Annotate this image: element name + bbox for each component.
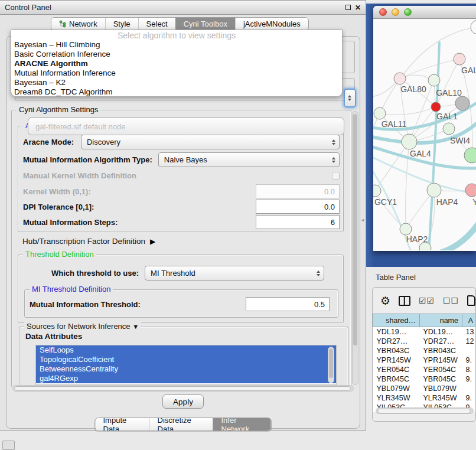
tab-network[interactable]: Network (51, 18, 105, 30)
table-row[interactable]: YBR045CYBR045C9. (373, 374, 476, 384)
table-row[interactable]: YER054CYER054C8. (373, 365, 476, 374)
table-cell[interactable]: YDR27… (420, 337, 462, 346)
unchecked-boxes-icon[interactable]: ☐☐ (443, 296, 459, 305)
table-cell[interactable]: 9. (462, 356, 476, 365)
network-node-HAP4[interactable] (427, 183, 441, 197)
settings-hscrollbar-thumb[interactable] (14, 386, 351, 391)
network-node-Y-partial[interactable] (465, 184, 476, 197)
gear-icon[interactable]: ⚙ (380, 295, 390, 306)
algorithm-option[interactable]: Basic Correlation Inference (11, 50, 342, 59)
data-attributes-list[interactable]: SelfLoopsTopologicalCoefficientBetweenne… (35, 345, 337, 385)
network-node-GAL11[interactable] (374, 107, 386, 119)
algorithm-option[interactable]: Mutual Information Inference (11, 69, 342, 78)
close-icon[interactable]: ✕ (355, 5, 361, 11)
algorithm-combo-spinner[interactable] (344, 89, 356, 107)
table-row[interactable]: YDR27…YDR27…12 (373, 337, 476, 346)
table-cell[interactable]: YPR145W (373, 356, 420, 365)
attribute-list-item[interactable]: TopologicalCoefficient (36, 355, 336, 364)
attribute-list-item[interactable]: gal4RGexp (36, 374, 336, 383)
table-cell[interactable]: 9. (462, 393, 476, 403)
bottom-tab-infer-network[interactable]: Infer Network (213, 418, 271, 431)
network-edge[interactable] (380, 107, 436, 115)
document-icon[interactable] (467, 295, 475, 306)
network-canvas[interactable]: GALGAL80GAL10GAL1GAL11SWI4GAL4GCY1HAP4YH… (373, 19, 476, 250)
table-cell[interactable]: 12 (462, 337, 476, 346)
bottom-tab-impute-data[interactable]: Impute Data (96, 418, 149, 431)
algorithm-option[interactable]: ARACNE Algorithm (11, 59, 342, 69)
table-cell[interactable]: YDL19… (373, 327, 420, 337)
table-cell[interactable]: YDR27… (373, 337, 420, 346)
table-cell[interactable]: 9. (462, 374, 476, 384)
close-traffic-light-icon[interactable] (379, 8, 387, 16)
attribute-list-item[interactable]: SelfLoops (36, 345, 336, 355)
column-header[interactable]: shared… (373, 314, 420, 327)
tab-style[interactable]: Style (105, 18, 138, 30)
mi-threshold-field[interactable]: 0.5 (246, 297, 330, 311)
table-cell[interactable]: 13 (462, 327, 476, 337)
columns-icon[interactable] (399, 296, 410, 306)
checked-boxes-icon[interactable]: ☑☑ (419, 296, 435, 305)
settings-scrollbar[interactable] (352, 111, 358, 385)
table-row[interactable]: YBR043CYBR043C (373, 346, 476, 356)
table-hscrollbar[interactable] (376, 407, 474, 414)
table-cell[interactable]: YBL079W (420, 384, 462, 393)
network-edge[interactable] (406, 142, 409, 229)
tab-select[interactable]: Select (138, 18, 175, 30)
table-row[interactable]: YBL079WYBL079W (373, 384, 476, 393)
bottom-tab-discretize-data[interactable]: Discretize Data (149, 418, 213, 431)
attributes-scrollbar[interactable] (328, 347, 334, 383)
tab-cyni-toolbox[interactable]: Cyni Toolbox (175, 18, 235, 30)
network-edge-highlighted[interactable] (373, 155, 476, 194)
table-row[interactable]: YPR145WYPR145W9. (373, 356, 476, 365)
table-cell[interactable]: YLR345W (373, 393, 420, 403)
network-edge[interactable] (375, 191, 406, 229)
collapse-arrow-icon[interactable]: ▼ (132, 323, 139, 330)
dpi-tolerance-field[interactable]: 0.0 (256, 200, 340, 214)
algorithm-option[interactable]: Bayesian – K2 (11, 78, 342, 87)
settings-scrollbar-thumb[interactable] (353, 114, 357, 345)
table-cell[interactable]: YPR145W (420, 356, 462, 365)
table-hscrollbar-thumb[interactable] (377, 409, 471, 413)
table-cell[interactable]: YBR045C (420, 374, 462, 384)
table-cell[interactable]: 8. (462, 365, 476, 374)
network-node-GAL1-node[interactable] (431, 102, 441, 112)
panel-collapse-arrow-icon[interactable]: ◂ (361, 217, 364, 223)
network-node-GAL10[interactable] (428, 74, 440, 86)
network-combo[interactable]: gal-filtered.sif default node (28, 118, 344, 135)
manual-kernel-checkbox[interactable] (332, 172, 340, 180)
table-row[interactable]: YDL19…YDL19…13 (373, 327, 476, 337)
network-node-SWI4[interactable] (443, 123, 455, 135)
settings-hscrollbar[interactable] (12, 385, 354, 392)
expand-arrow-icon[interactable]: ▶ (150, 237, 155, 246)
which-threshold-combo[interactable]: MI Threshold (145, 266, 324, 281)
table-cell[interactable]: YDL19… (420, 327, 462, 337)
table-cell[interactable]: YLR345W (420, 393, 462, 403)
table-cell[interactable] (462, 346, 476, 356)
table-cell[interactable]: YBR043C (420, 346, 462, 356)
table-cell[interactable]: YER054C (373, 365, 420, 374)
tab-jactivemnodules[interactable]: jActiveMNodules (235, 18, 308, 30)
bottom-left-button[interactable] (2, 441, 15, 450)
minimize-traffic-light-icon[interactable] (392, 8, 399, 16)
attributes-scrollbar-thumb[interactable] (329, 348, 333, 378)
algorithm-option[interactable]: Bayesian – Hill Climbing (11, 40, 342, 50)
network-node-green-right[interactable] (464, 148, 476, 163)
table-cell[interactable] (462, 384, 476, 393)
network-edge-highlighted[interactable] (442, 219, 476, 250)
kernel-width-field[interactable]: 0.0 (256, 184, 340, 198)
float-window-icon[interactable] (345, 5, 351, 10)
mi-type-combo[interactable]: Naive Bayes (158, 152, 340, 167)
mi-steps-field[interactable]: 6 (256, 215, 340, 229)
network-edge-highlighted[interactable] (429, 43, 439, 250)
network-node-GAL4[interactable] (402, 134, 417, 149)
apply-button[interactable]: Apply (162, 394, 204, 409)
network-node-gray-node[interactable] (455, 96, 470, 110)
column-header[interactable]: A (462, 314, 476, 327)
algorithm-option[interactable]: Dream8 DC_TDC Algorithm (11, 87, 342, 97)
table-cell[interactable]: YBL079W (373, 384, 420, 393)
attribute-list-item[interactable]: BetweennessCentrality (36, 364, 336, 374)
table-cell[interactable]: YER054C (420, 365, 462, 374)
table-cell[interactable]: YBR043C (373, 346, 420, 356)
column-header[interactable]: name (420, 314, 462, 327)
network-node-partial-top[interactable] (471, 20, 476, 34)
